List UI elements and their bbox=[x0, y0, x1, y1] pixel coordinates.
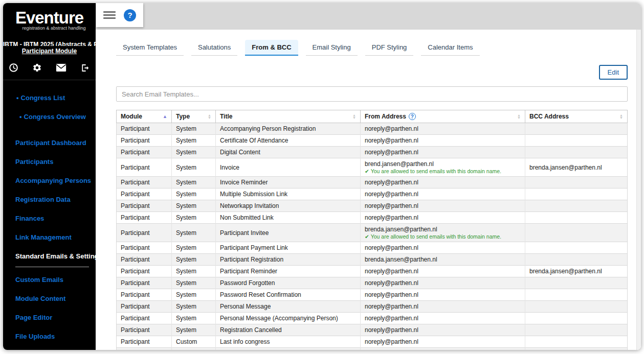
column-label: BCC Address bbox=[529, 113, 569, 120]
table-row[interactable]: ParticipantSystemDigital Contentnoreply@… bbox=[117, 147, 628, 158]
hamburger-menu-icon[interactable] bbox=[103, 10, 116, 20]
from-address-value: noreply@parthen.nl bbox=[365, 315, 521, 322]
email-envelope-icon[interactable] bbox=[56, 63, 66, 72]
search-input[interactable] bbox=[116, 86, 628, 102]
from-address-cell: noreply@parthen.nl bbox=[361, 242, 525, 254]
from-address-cell: noreply@parthen.nl bbox=[361, 147, 525, 158]
column-header-type[interactable]: Type▲▼ bbox=[172, 110, 216, 123]
title-cell: Personal Message (Accompanying Person) bbox=[216, 313, 361, 324]
bcc-address-cell bbox=[525, 224, 628, 242]
table-row[interactable]: ParticipantSystemAccompanying Person Reg… bbox=[117, 123, 628, 135]
from-address-cell: noreply@parthen.nl bbox=[361, 177, 525, 188]
sidebar-item-module-content[interactable]: Module Content bbox=[3, 293, 96, 304]
table-row[interactable]: ParticipantSystemNetworkapp Invitationno… bbox=[117, 200, 628, 212]
help-icon[interactable]: ? bbox=[124, 9, 136, 21]
table-row[interactable]: ParticipantSystemInvoice Remindernoreply… bbox=[117, 177, 628, 188]
history-icon[interactable] bbox=[9, 63, 18, 73]
column-label: Type bbox=[176, 113, 190, 120]
title-cell: Invoice Reminder bbox=[216, 177, 361, 188]
column-label: From Address bbox=[365, 113, 406, 120]
bcc-address-cell bbox=[525, 200, 628, 212]
from-address-cell: noreply@parthen.nl bbox=[361, 212, 525, 224]
module-cell: Participant bbox=[117, 266, 172, 277]
sidebar-nav: •Congress List•Congress OverviewParticip… bbox=[3, 80, 96, 350]
table-row[interactable]: ParticipantCustomLast info congressnorep… bbox=[117, 336, 628, 348]
sidebar-item-registration-data[interactable]: Registration Data bbox=[3, 194, 96, 205]
sidebar-item-custom-emails[interactable]: Custom Emails bbox=[3, 274, 96, 285]
table-row[interactable]: ParticipantSystemParticipant Payment Lin… bbox=[117, 242, 628, 254]
settings-gear-icon[interactable] bbox=[32, 63, 42, 73]
module-cell: Participant bbox=[117, 123, 172, 135]
module-cell: Participant bbox=[117, 224, 172, 242]
sidebar-item-accompanying-persons[interactable]: Accompanying Persons bbox=[3, 175, 96, 186]
from-address-cell: noreply@parthen.nl bbox=[361, 123, 525, 135]
tab-email-styling[interactable]: Email Styling bbox=[306, 40, 358, 56]
column-header-bcc-address[interactable]: BCC Address▲▼ bbox=[525, 110, 628, 123]
table-row[interactable]: ParticipantSystemInvoicebrend.jansen@par… bbox=[117, 158, 628, 177]
brand-name: Eventure bbox=[3, 9, 96, 27]
sidebar-item-congress-list[interactable]: •Congress List bbox=[3, 92, 96, 103]
module-cell: Participant bbox=[117, 336, 172, 348]
table-row[interactable]: ParticipantSystemPassword Reset Confirma… bbox=[117, 289, 628, 301]
sidebar-item-congress-overview[interactable]: •Congress Overview bbox=[3, 111, 96, 122]
column-header-title[interactable]: Title▲▼ bbox=[216, 110, 361, 123]
table-row[interactable]: ParticipantSystemParticipant Remindernor… bbox=[117, 266, 628, 277]
scrollbar-track[interactable] bbox=[636, 30, 641, 350]
from-address-value: noreply@parthen.nl bbox=[365, 125, 521, 132]
sidebar-item-participants[interactable]: Participants bbox=[3, 156, 96, 167]
sign-out-icon[interactable] bbox=[80, 63, 90, 73]
from-address-value: noreply@parthen.nl bbox=[365, 268, 521, 275]
sidebar-item-file-uploads[interactable]: File Uploads bbox=[3, 331, 96, 342]
table-row[interactable]: ParticipantSystemMultiple Submission Lin… bbox=[117, 188, 628, 200]
tab-pdf-styling[interactable]: PDF Styling bbox=[365, 40, 414, 56]
title-cell: Multiple Submission Link bbox=[216, 188, 361, 200]
tab-from-bcc[interactable]: From & BCC bbox=[245, 40, 298, 56]
module-cell: Participant bbox=[117, 348, 172, 350]
active-item-underline bbox=[15, 267, 89, 267]
column-label: Module bbox=[121, 113, 142, 120]
bcc-address-cell bbox=[525, 324, 628, 336]
tab-salutations[interactable]: Salutations bbox=[191, 40, 237, 56]
from-address-cell: brend.jansen@parthen.nl✔ You are allowed… bbox=[361, 158, 525, 177]
participant-module-link[interactable]: Participant Module bbox=[3, 48, 96, 55]
type-cell: System bbox=[172, 200, 216, 212]
tab-system-templates[interactable]: System Templates bbox=[116, 40, 184, 56]
edit-button[interactable]: Edit bbox=[599, 65, 628, 80]
title-cell: Digital Content bbox=[216, 147, 361, 158]
type-cell: System bbox=[172, 224, 216, 242]
top-band: ? bbox=[96, 3, 641, 30]
email-templates-table: Module▲ Type▲▼ Title▲▼ From Address? ▲▼ bbox=[116, 110, 628, 350]
table-row[interactable]: ParticipantSystemPassword Forgottennorep… bbox=[117, 277, 628, 289]
from-address-cell: noreply@parthen.nl bbox=[361, 135, 525, 147]
sidebar-item-finances[interactable]: Finances bbox=[3, 213, 96, 224]
table-row[interactable]: ParticipantSystemParticipant Inviteebren… bbox=[117, 224, 628, 242]
tab-calendar-items[interactable]: Calendar Items bbox=[421, 40, 479, 56]
sidebar-item-participant-dashboard[interactable]: Participant Dashboard bbox=[3, 137, 96, 148]
from-address-value: noreply@parthen.nl bbox=[365, 303, 521, 310]
type-cell: System bbox=[172, 188, 216, 200]
from-address-cell: noreply@parthen.nl bbox=[361, 313, 525, 324]
sidebar-item-link-management[interactable]: Link Management bbox=[3, 232, 96, 243]
from-address-value: brenda.jansen@parthen.nl bbox=[365, 256, 521, 263]
sort-icon: ▲▼ bbox=[619, 114, 623, 119]
table-row[interactable]: ParticipantSystemPersonal Message (Accom… bbox=[117, 313, 628, 324]
table-row[interactable]: ParticipantSystemCertificate Of Attendan… bbox=[117, 135, 628, 147]
sidebar-item-standard-emails-settings[interactable]: Standard Emails & Settings bbox=[3, 251, 96, 262]
from-address-help-icon[interactable]: ? bbox=[409, 113, 416, 120]
from-address-value: noreply@parthen.nl bbox=[365, 191, 521, 198]
column-label: Title bbox=[220, 113, 232, 120]
from-address-cell: brenda.jansen@parthen.nl bbox=[361, 254, 525, 266]
column-header-from-address[interactable]: From Address? ▲▼ bbox=[361, 110, 525, 123]
table-row[interactable]: ParticipantSystemNon Submitted Linknorep… bbox=[117, 212, 628, 224]
from-address-value: noreply@parthen.nl bbox=[365, 179, 521, 186]
table-row[interactable]: ParticipantSystemRegistration Cancelledn… bbox=[117, 324, 628, 336]
type-cell: System bbox=[172, 301, 216, 313]
sidebar-icon-row bbox=[3, 63, 96, 73]
column-header-module[interactable]: Module▲ bbox=[117, 110, 172, 123]
sidebar-item-page-editor[interactable]: Page Editor bbox=[3, 312, 96, 323]
from-address-value: noreply@parthen.nl bbox=[365, 291, 521, 298]
title-cell: Registration Cancelled bbox=[216, 324, 361, 336]
table-row[interactable]: ParticipantSystemPersonal Messagenoreply… bbox=[117, 301, 628, 313]
table-row[interactable]: ParticipantSystemParticipant Registratio… bbox=[117, 254, 628, 266]
table-row[interactable]: ParticipantCustomParking infonoreply@par… bbox=[117, 348, 628, 350]
